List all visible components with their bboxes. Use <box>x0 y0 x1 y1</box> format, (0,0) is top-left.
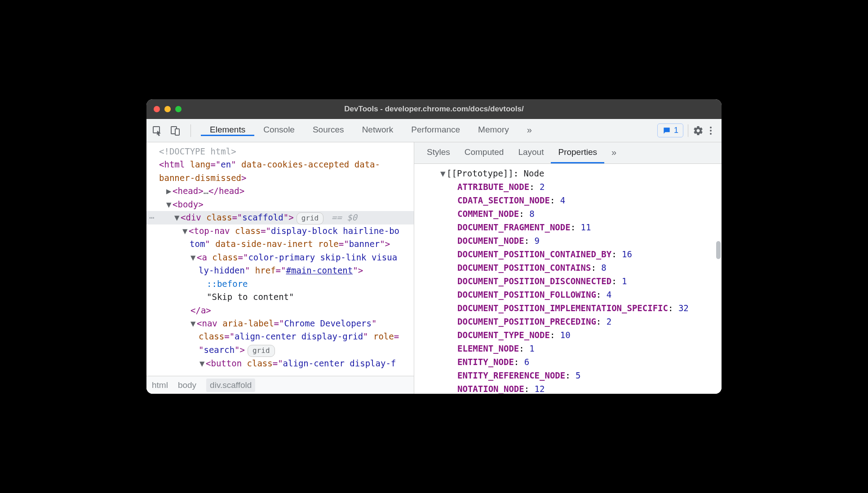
svg-point-5 <box>710 133 712 135</box>
sidebar-tabs: Styles Computed Layout Properties » <box>414 142 722 164</box>
body-element[interactable]: ▼<body> <box>146 198 414 211</box>
more-menu-icon[interactable] <box>705 125 716 136</box>
html-element[interactable]: <html lang="en" data-cookies-accepted da… <box>146 158 414 171</box>
property-row[interactable]: NOTATION_NODE: 12 <box>441 382 722 394</box>
subtab-properties[interactable]: Properties <box>551 142 604 163</box>
property-row[interactable]: DOCUMENT_POSITION_PRECEDING: 2 <box>441 315 722 328</box>
dom-tree[interactable]: <!DOCTYPE html> <html lang="en" data-coo… <box>146 142 414 376</box>
scrollbar-thumb[interactable] <box>716 241 721 259</box>
breadcrumb-body[interactable]: body <box>178 380 196 390</box>
pseudo-before[interactable]: ::before <box>207 279 248 289</box>
issues-button[interactable]: 1 <box>657 123 683 137</box>
tab-sources[interactable]: Sources <box>304 125 353 136</box>
svg-point-3 <box>710 127 712 128</box>
property-row[interactable]: DOCUMENT_POSITION_CONTAINS: 8 <box>441 261 722 274</box>
settings-icon[interactable] <box>693 125 704 136</box>
head-element[interactable]: ▶<head>…</head> <box>146 185 414 198</box>
svg-point-4 <box>710 130 712 132</box>
devtools-window: DevTools - developer.chrome.com/docs/dev… <box>146 99 722 394</box>
property-row[interactable]: DOCUMENT_FRAGMENT_NODE: 11 <box>441 220 722 234</box>
property-row[interactable]: DOCUMENT_POSITION_DISCONNECTED: 1 <box>441 274 722 288</box>
property-row[interactable]: DOCUMENT_POSITION_FOLLOWING: 4 <box>441 288 722 301</box>
toolbar-divider <box>190 124 191 137</box>
property-row[interactable]: DOCUMENT_TYPE_NODE: 10 <box>441 328 722 342</box>
content: <!DOCTYPE html> <html lang="en" data-coo… <box>146 142 722 394</box>
issues-count: 1 <box>674 126 678 135</box>
breadcrumb-bar: html body div.scaffold <box>146 376 414 394</box>
property-row[interactable]: ENTITY_NODE: 6 <box>441 355 722 369</box>
tabs-overflow-button[interactable]: » <box>518 125 541 136</box>
ellipsis-icon[interactable]: ⋯ <box>149 211 154 224</box>
tab-memory[interactable]: Memory <box>469 125 518 136</box>
tab-elements[interactable]: Elements <box>201 125 254 136</box>
window-title: DevTools - developer.chrome.com/docs/dev… <box>146 105 722 114</box>
svg-rect-2 <box>175 129 179 135</box>
button-element[interactable]: ▼<button class="align-center display-f <box>146 357 414 370</box>
property-row[interactable]: ENTITY_REFERENCE_NODE: 5 <box>441 369 722 382</box>
property-row[interactable]: ELEMENT_NODE: 1 <box>441 342 722 355</box>
properties-list[interactable]: ▼[[Prototype]]: Node ATTRIBUTE_NODE: 2CD… <box>414 164 722 394</box>
minimize-window-button[interactable] <box>164 106 171 112</box>
selected-div-scaffold[interactable]: ⋯ ▼<div class="scaffold">grid == $0 <box>146 211 414 224</box>
main-tabs: Elements Console Sources Network Perform… <box>201 125 541 136</box>
skip-content-text[interactable]: "Skip to content" <box>207 292 294 302</box>
property-row[interactable]: DOCUMENT_POSITION_CONTAINED_BY: 16 <box>441 247 722 261</box>
property-row[interactable]: CDATA_SECTION_NODE: 4 <box>441 194 722 207</box>
subtab-layout[interactable]: Layout <box>511 142 551 163</box>
toolbar-divider <box>688 124 688 137</box>
tab-performance[interactable]: Performance <box>402 125 469 136</box>
a-close-tag[interactable]: </a> <box>190 305 211 315</box>
breadcrumb-html[interactable]: html <box>152 380 168 390</box>
subtabs-overflow-button[interactable]: » <box>604 142 624 163</box>
inspect-element-icon[interactable] <box>152 125 163 136</box>
sidebar-panel: Styles Computed Layout Properties » ▼[[P… <box>414 142 722 394</box>
console-reference: == $0 <box>332 212 357 222</box>
nav-element[interactable]: ▼<nav aria-label="Chrome Developers" <box>146 317 414 330</box>
elements-panel: <!DOCTYPE html> <html lang="en" data-coo… <box>146 142 414 394</box>
breadcrumb-div-scaffold[interactable]: div.scaffold <box>206 379 255 392</box>
grid-badge[interactable]: grid <box>297 212 324 224</box>
titlebar: DevTools - developer.chrome.com/docs/dev… <box>146 99 722 119</box>
grid-badge[interactable]: grid <box>248 345 275 357</box>
traffic-lights <box>154 106 182 112</box>
property-row[interactable]: COMMENT_NODE: 8 <box>441 207 722 220</box>
property-row[interactable]: DOCUMENT_NODE: 9 <box>441 234 722 247</box>
skip-link-anchor[interactable]: ▼<a class="color-primary skip-link visua <box>146 251 414 264</box>
message-icon <box>662 126 671 135</box>
property-row[interactable]: ATTRIBUTE_NODE: 2 <box>441 180 722 194</box>
tab-network[interactable]: Network <box>353 125 403 136</box>
main-toolbar: Elements Console Sources Network Perform… <box>146 119 722 142</box>
maximize-window-button[interactable] <box>175 106 182 112</box>
tab-console[interactable]: Console <box>254 125 304 136</box>
subtab-styles[interactable]: Styles <box>420 142 457 163</box>
href-link[interactable]: #main-content <box>286 265 353 275</box>
close-window-button[interactable] <box>154 106 160 112</box>
property-row[interactable]: DOCUMENT_POSITION_IMPLEMENTATION_SPECIFI… <box>441 301 722 315</box>
device-toolbar-icon[interactable] <box>170 125 181 136</box>
prototype-row[interactable]: ▼[[Prototype]]: Node <box>440 167 722 180</box>
subtab-computed[interactable]: Computed <box>457 142 511 163</box>
doctype-node[interactable]: <!DOCTYPE html> <box>159 146 236 156</box>
top-nav-element[interactable]: ▼<top-nav class="display-block hairline-… <box>146 224 414 238</box>
